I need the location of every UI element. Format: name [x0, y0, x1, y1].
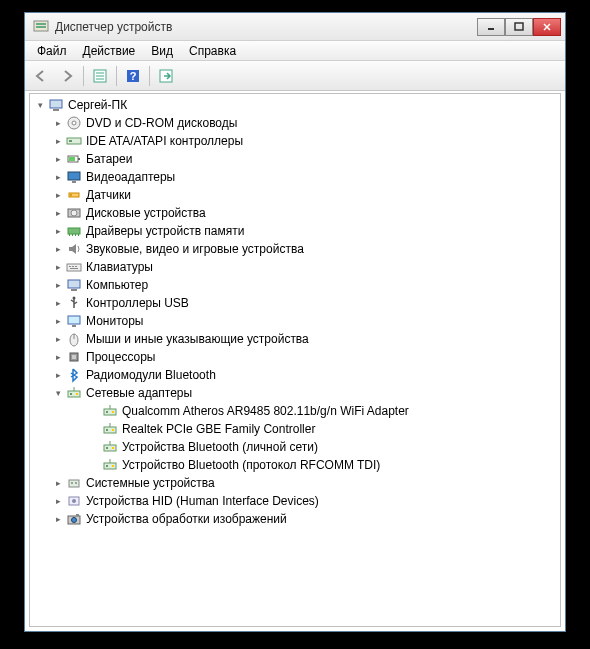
category-node[interactable]: ▸Радиомодули Bluetooth [32, 366, 558, 384]
svg-point-28 [71, 210, 77, 216]
expand-icon[interactable]: ▸ [52, 315, 64, 327]
expand-icon[interactable]: ▸ [52, 135, 64, 147]
device-node[interactable]: Устройство Bluetooth (протокол RFCOMM TD… [32, 456, 558, 474]
category-node[interactable]: ▸Устройства HID (Human Interface Devices… [32, 492, 558, 510]
properties-button[interactable] [88, 64, 112, 88]
category-node[interactable]: ▸Мониторы [32, 312, 558, 330]
svg-point-26 [70, 194, 72, 196]
expand-icon[interactable]: ▸ [52, 117, 64, 129]
menu-file[interactable]: Файл [29, 42, 75, 60]
node-label: Компьютер [86, 278, 148, 292]
category-node[interactable]: ▸IDE ATA/ATAPI контроллеры [32, 132, 558, 150]
svg-rect-76 [76, 514, 79, 516]
node-label: Батареи [86, 152, 132, 166]
category-node[interactable]: ▸Клавиатуры [32, 258, 558, 276]
category-node[interactable]: ▸Мыши и иные указывающие устройства [32, 330, 558, 348]
category-node[interactable]: ▸DVD и CD-ROM дисководы [32, 114, 558, 132]
category-node[interactable]: ▸Процессоры [32, 348, 558, 366]
svg-rect-51 [76, 393, 78, 395]
svg-rect-2 [36, 26, 46, 28]
category-node[interactable]: ▸Контроллеры USB [32, 294, 558, 312]
menu-view[interactable]: Вид [143, 42, 181, 60]
category-node[interactable]: ▸Устройства обработки изображений [32, 510, 558, 528]
category-node[interactable]: ▸Звуковые, видео и игровые устройства [32, 240, 558, 258]
node-label: Процессоры [86, 350, 156, 364]
help-button[interactable]: ? [121, 64, 145, 88]
expand-icon[interactable]: ▸ [52, 171, 64, 183]
device-node[interactable]: Qualcomm Atheros AR9485 802.11b/g/n WiFi… [32, 402, 558, 420]
node-label: Драйверы устройств памяти [86, 224, 244, 238]
toolbar-separator [149, 66, 150, 86]
category-node[interactable]: ▸Дисковые устройства [32, 204, 558, 222]
expand-icon[interactable]: ▸ [52, 369, 64, 381]
category-node[interactable]: ▸Компьютер [32, 276, 558, 294]
svg-rect-21 [78, 158, 80, 160]
expand-icon[interactable]: ▸ [52, 495, 64, 507]
expand-icon[interactable]: ▸ [52, 225, 64, 237]
sensor-icon [66, 187, 82, 203]
category-node[interactable]: ▸Системные устройства [32, 474, 558, 492]
svg-rect-66 [106, 465, 108, 467]
category-node[interactable]: ▸Датчики [32, 186, 558, 204]
expand-icon[interactable]: ▸ [52, 153, 64, 165]
network-icon [102, 403, 118, 419]
svg-rect-43 [68, 316, 80, 324]
titlebar[interactable]: Диспетчер устройств [25, 13, 565, 41]
svg-rect-67 [112, 465, 114, 467]
svg-rect-1 [36, 23, 46, 25]
node-label: Дисковые устройства [86, 206, 206, 220]
node-label: Датчики [86, 188, 131, 202]
expand-icon[interactable]: ▸ [52, 207, 64, 219]
svg-rect-40 [71, 289, 77, 291]
expand-icon[interactable]: ▸ [52, 279, 64, 291]
minimize-button[interactable] [477, 18, 505, 36]
svg-rect-4 [515, 23, 523, 30]
svg-rect-49 [68, 391, 80, 397]
node-label: Радиомодули Bluetooth [86, 368, 216, 382]
bluetooth-icon [66, 367, 82, 383]
expand-icon[interactable]: ▸ [52, 513, 64, 525]
collapse-icon[interactable]: ▾ [34, 99, 46, 111]
svg-rect-69 [69, 480, 79, 487]
network-icon [102, 457, 118, 473]
back-button[interactable] [29, 64, 53, 88]
scan-button[interactable] [154, 64, 178, 88]
node-label: Мыши и иные указывающие устройства [86, 332, 309, 346]
category-node[interactable]: ▸Видеоадаптеры [32, 168, 558, 186]
expand-icon[interactable]: ▸ [52, 297, 64, 309]
svg-rect-23 [68, 172, 80, 180]
maximize-button[interactable] [505, 18, 533, 36]
svg-rect-44 [72, 325, 76, 327]
device-node[interactable]: Realtek PCIe GBE Family Controller [32, 420, 558, 438]
device-node[interactable]: Устройства Bluetooth (личной сети) [32, 438, 558, 456]
node-label: Устройства обработки изображений [86, 512, 287, 526]
category-node[interactable]: ▾Сетевые адаптеры [32, 384, 558, 402]
root-node[interactable]: ▾Сергей-ПК [32, 96, 558, 114]
expand-icon[interactable]: ▸ [52, 333, 64, 345]
category-node[interactable]: ▸Драйверы устройств памяти [32, 222, 558, 240]
forward-button[interactable] [55, 64, 79, 88]
svg-rect-39 [68, 280, 80, 288]
collapse-icon[interactable]: ▾ [52, 387, 64, 399]
expander-placeholder [88, 459, 100, 471]
menubar: Файл Действие Вид Справка [25, 41, 565, 61]
close-button[interactable] [533, 18, 561, 36]
toolbar-separator [116, 66, 117, 86]
system-icon [66, 475, 82, 491]
node-label: Системные устройства [86, 476, 215, 490]
expander-placeholder [88, 405, 100, 417]
svg-rect-57 [104, 427, 116, 433]
network-icon [66, 385, 82, 401]
category-node[interactable]: ▸Батареи [32, 150, 558, 168]
svg-rect-30 [69, 234, 70, 236]
menu-action[interactable]: Действие [75, 42, 144, 60]
svg-rect-58 [106, 429, 108, 431]
expand-icon[interactable]: ▸ [52, 261, 64, 273]
expand-icon[interactable]: ▸ [52, 243, 64, 255]
expand-icon[interactable]: ▸ [52, 477, 64, 489]
expand-icon[interactable]: ▸ [52, 351, 64, 363]
node-label: Устройство Bluetooth (протокол RFCOMM TD… [122, 458, 380, 472]
menu-help[interactable]: Справка [181, 42, 244, 60]
tree-panel[interactable]: ▾Сергей-ПК▸DVD и CD-ROM дисководы▸IDE AT… [29, 93, 561, 627]
expand-icon[interactable]: ▸ [52, 189, 64, 201]
